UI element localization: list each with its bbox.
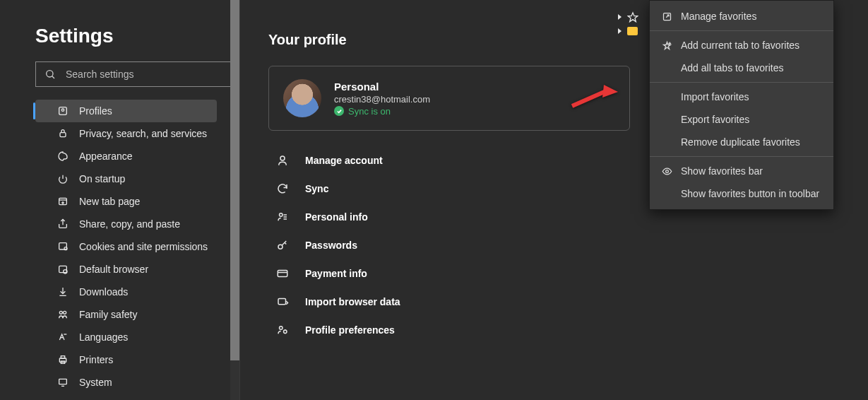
svg-rect-21 — [59, 379, 67, 384]
sidebar-item-privacy[interactable]: Privacy, search, and services — [35, 122, 217, 145]
scrollbar-thumb[interactable] — [230, 0, 239, 360]
folder-icon — [627, 27, 638, 35]
menu-show-bar[interactable]: Show favorites bar — [650, 160, 833, 182]
menu-import-favorites[interactable]: Import favorites — [650, 86, 833, 108]
sidebar-item-family[interactable]: Family safety — [35, 303, 217, 326]
sidebar-item-label: Languages — [79, 331, 128, 343]
settings-sidebar: Settings Profiles Privacy, search, and s… — [0, 0, 240, 400]
sidebar-item-downloads[interactable]: Downloads — [35, 281, 217, 303]
languages-icon — [57, 331, 69, 343]
search-icon — [44, 69, 56, 80]
search-box[interactable] — [35, 61, 235, 87]
svg-point-24 — [280, 213, 283, 217]
svg-point-33 — [284, 330, 287, 334]
svg-point-28 — [278, 245, 283, 249]
sidebar-item-label: Profiles — [79, 105, 112, 117]
printer-icon — [57, 353, 69, 366]
svg-line-1 — [52, 76, 54, 78]
sync-icon — [275, 182, 290, 196]
star-plus-icon — [660, 40, 674, 51]
sidebar-item-printers[interactable]: Printers — [35, 348, 217, 371]
option-label: Profile preferences — [305, 324, 395, 336]
option-label: Sync — [305, 183, 328, 194]
family-icon — [57, 308, 69, 321]
svg-rect-29 — [278, 271, 287, 277]
menu-label: Show favorites button in toolbar — [681, 188, 819, 199]
profile-icon — [57, 105, 69, 117]
menu-export-favorites[interactable]: Export favorites — [650, 108, 833, 131]
sidebar-item-label: Printers — [79, 354, 113, 365]
svg-point-3 — [61, 109, 64, 111]
menu-separator — [650, 82, 833, 83]
menu-add-current[interactable]: Add current tab to favorites — [650, 34, 833, 57]
sidebar-item-label: Share, copy, and paste — [79, 218, 180, 230]
option-label: Passwords — [305, 240, 357, 251]
sidebar-item-appearance[interactable]: Appearance — [35, 145, 217, 167]
svg-point-15 — [59, 311, 62, 314]
sync-status: Sync is on — [334, 106, 430, 117]
search-input[interactable] — [64, 68, 226, 81]
check-circle-icon — [334, 106, 344, 116]
svg-point-40 — [665, 170, 668, 172]
menu-remove-duplicates[interactable]: Remove duplicate favorites — [650, 131, 833, 153]
svg-rect-10 — [59, 243, 67, 249]
option-label: Manage account — [305, 155, 383, 166]
menu-label: Manage favorites — [681, 11, 756, 22]
menu-label: Add all tabs to favorites — [681, 62, 784, 73]
option-prefs[interactable]: Profile preferences — [268, 316, 840, 344]
menu-manage-favorites[interactable]: Manage favorites — [650, 5, 833, 28]
menu-separator — [650, 30, 833, 31]
sidebar-item-share[interactable]: Share, copy, and paste — [35, 213, 217, 235]
sidebar-item-system[interactable]: System — [35, 371, 217, 394]
power-icon — [57, 172, 69, 185]
lock-icon — [57, 127, 69, 140]
svg-rect-31 — [278, 299, 286, 305]
menu-label: Remove duplicate favorites — [681, 136, 800, 148]
svg-marker-35 — [602, 85, 618, 98]
svg-point-0 — [47, 71, 53, 77]
profile-name: Personal — [334, 81, 430, 93]
sidebar-item-label: Default browser — [79, 264, 148, 275]
key-icon — [275, 238, 290, 252]
option-import[interactable]: Import browser data — [268, 288, 840, 316]
svg-point-16 — [64, 311, 66, 314]
option-label: Personal info — [305, 211, 368, 223]
option-payment[interactable]: Payment info — [268, 259, 840, 288]
avatar — [283, 79, 321, 117]
svg-rect-4 — [60, 133, 66, 137]
favorites-panel: Manage favorites Add current tab to favo… — [612, 0, 833, 35]
share-icon — [57, 218, 69, 230]
sidebar-item-label: Family safety — [79, 309, 137, 320]
personal-info-icon — [275, 210, 290, 224]
card-icon — [275, 266, 290, 281]
option-passwords[interactable]: Passwords — [268, 231, 840, 259]
sidebar-item-reset[interactable]: Reset settings — [35, 394, 217, 400]
cookies-icon — [57, 240, 69, 253]
sidebar-item-label: Appearance — [79, 151, 133, 162]
system-icon — [57, 376, 69, 389]
sidebar-scrollbar[interactable] — [230, 0, 239, 400]
sidebar-item-default[interactable]: Default browser — [35, 258, 217, 281]
menu-separator — [650, 156, 833, 157]
svg-point-23 — [280, 156, 285, 160]
appearance-icon — [57, 150, 69, 163]
sidebar-item-label: Downloads — [79, 286, 128, 298]
sidebar-item-cookies[interactable]: Cookies and site permissions — [35, 235, 217, 258]
sidebar-item-startup[interactable]: On startup — [35, 167, 217, 190]
import-icon — [275, 295, 290, 309]
menu-add-all[interactable]: Add all tabs to favorites — [650, 57, 833, 79]
sidebar-item-languages[interactable]: Languages — [35, 326, 217, 348]
newtab-icon — [57, 195, 69, 208]
sidebar-item-label: Privacy, search, and services — [79, 128, 207, 139]
svg-point-32 — [280, 327, 283, 330]
caret-right-icon — [618, 28, 622, 34]
sidebar-item-profiles[interactable]: Profiles — [35, 100, 217, 122]
sidebar-item-label: System — [79, 377, 112, 388]
sidebar-item-newtab[interactable]: New tab page — [35, 190, 217, 213]
svg-rect-19 — [61, 356, 64, 358]
prefs-icon — [275, 323, 290, 337]
menu-label: Add current tab to favorites — [681, 40, 799, 51]
page-title: Settings — [35, 25, 225, 47]
menu-show-button[interactable]: Show favorites button in toolbar — [650, 182, 833, 205]
eye-icon — [660, 166, 674, 177]
